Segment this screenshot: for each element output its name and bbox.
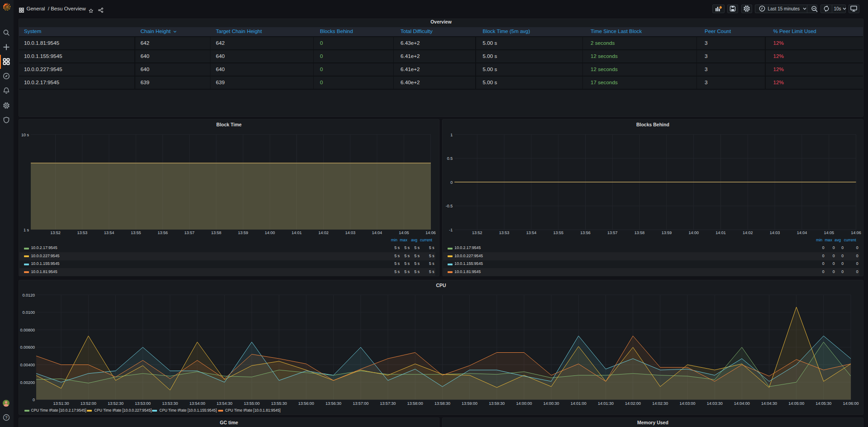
svg-text:14:00: 14:00 bbox=[688, 230, 699, 235]
svg-text:13:53: 13:53 bbox=[77, 230, 87, 235]
svg-text:14:03: 14:03 bbox=[345, 230, 356, 235]
svg-text:0.5: 0.5 bbox=[447, 156, 453, 161]
svg-text:14:02: 14:02 bbox=[743, 230, 753, 235]
svg-text:14:00: 14:00 bbox=[265, 230, 275, 235]
svg-text:13:58: 13:58 bbox=[634, 230, 645, 235]
svg-text:-1: -1 bbox=[449, 228, 453, 232]
svg-text:13:58: 13:58 bbox=[211, 230, 222, 235]
svg-text:13:54: 13:54 bbox=[526, 230, 536, 235]
svg-text:13:57: 13:57 bbox=[607, 230, 618, 235]
svg-text:14:01: 14:01 bbox=[291, 230, 302, 235]
svg-text:14:02: 14:02 bbox=[318, 230, 329, 235]
svg-text:?: ? bbox=[5, 415, 8, 420]
svg-text:14:05: 14:05 bbox=[399, 230, 409, 235]
svg-text:13:52: 13:52 bbox=[50, 230, 61, 235]
svg-text:13:59: 13:59 bbox=[661, 230, 672, 235]
svg-text:13:55: 13:55 bbox=[131, 230, 141, 235]
svg-text:14:06: 14:06 bbox=[851, 230, 861, 235]
svg-text:13:53: 13:53 bbox=[499, 230, 510, 235]
svg-text:14:06: 14:06 bbox=[425, 230, 436, 235]
svg-text:13:55: 13:55 bbox=[553, 230, 563, 235]
svg-text:10 s: 10 s bbox=[21, 133, 29, 137]
svg-text:13:56: 13:56 bbox=[157, 230, 168, 235]
svg-text:14:01: 14:01 bbox=[715, 230, 726, 235]
svg-text:0: 0 bbox=[450, 180, 453, 185]
svg-text:13:56: 13:56 bbox=[580, 230, 591, 235]
svg-text:-0.5: -0.5 bbox=[445, 204, 453, 208]
svg-text:14:04: 14:04 bbox=[372, 230, 382, 235]
svg-text:14:05: 14:05 bbox=[824, 230, 834, 235]
svg-text:14:03: 14:03 bbox=[770, 230, 780, 235]
svg-text:14:04: 14:04 bbox=[796, 230, 807, 235]
svg-text:1 s: 1 s bbox=[24, 228, 29, 232]
svg-text:13:59: 13:59 bbox=[238, 230, 248, 235]
svg-text:1: 1 bbox=[450, 133, 453, 137]
svg-text:13:52: 13:52 bbox=[472, 230, 482, 235]
svg-text:13:54: 13:54 bbox=[104, 230, 114, 235]
svg-text:13:57: 13:57 bbox=[184, 230, 195, 235]
